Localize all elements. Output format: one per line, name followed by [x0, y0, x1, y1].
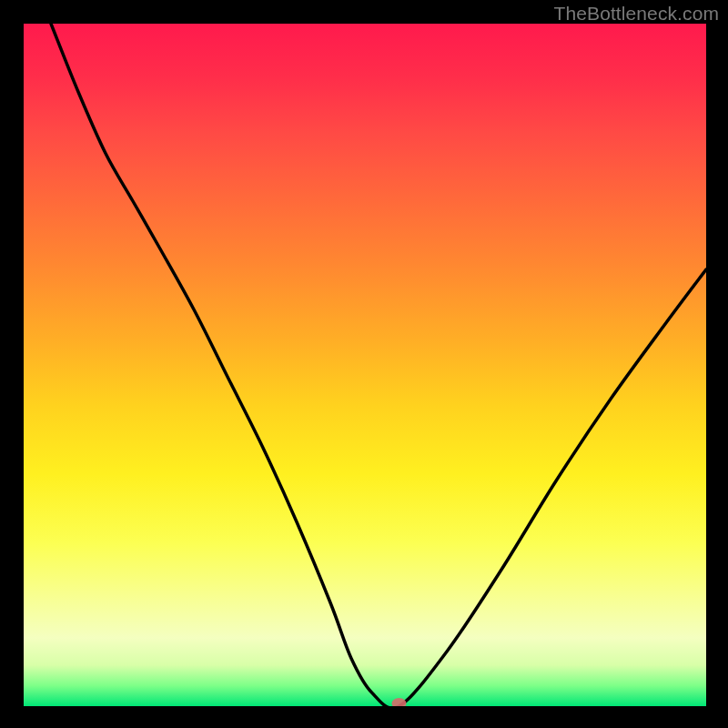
- watermark-label: TheBottleneck.com: [554, 3, 719, 25]
- minimum-marker: [392, 698, 407, 706]
- curve-layer: [24, 24, 706, 706]
- chart-frame: TheBottleneck.com: [0, 0, 728, 728]
- bottleneck-curve: [51, 24, 706, 706]
- plot-area: [24, 24, 706, 706]
